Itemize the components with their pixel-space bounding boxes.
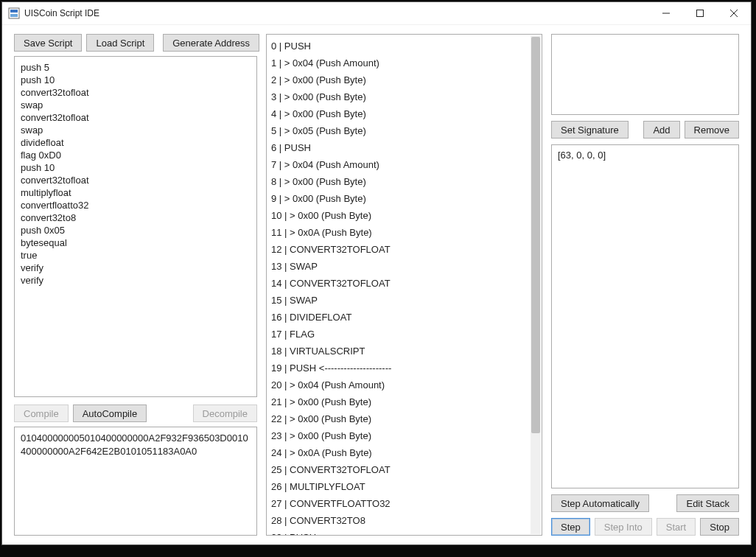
left-column: Save Script Load Script Generate Address… bbox=[14, 34, 257, 536]
middle-column: 0 | PUSH1 | > 0x04 (Push Amount)2 | > 0x… bbox=[266, 34, 542, 536]
save-script-button[interactable]: Save Script bbox=[14, 34, 82, 52]
disassembly-line[interactable]: 10 | > 0x00 (Push Byte) bbox=[271, 207, 527, 224]
disassembly-list[interactable]: 0 | PUSH1 | > 0x04 (Push Amount)2 | > 0x… bbox=[267, 35, 531, 535]
disassembly-line[interactable]: 0 | PUSH bbox=[271, 38, 527, 55]
scrollbar-vertical[interactable] bbox=[531, 35, 541, 534]
disassembly-line[interactable]: 4 | > 0x00 (Push Byte) bbox=[271, 105, 527, 122]
window-controls bbox=[649, 2, 751, 24]
right-toolbar-1: Step Automatically Edit Stack bbox=[551, 494, 739, 512]
app-icon bbox=[8, 7, 20, 19]
disassembly-line[interactable]: 7 | > 0x04 (Push Amount) bbox=[271, 156, 527, 173]
disassembly-line[interactable]: 22 | > 0x00 (Push Byte) bbox=[271, 410, 527, 427]
script-editor[interactable]: push 5 push 10 convert32tofloat swap con… bbox=[14, 56, 257, 397]
right-toolbar-2: Step Step Into Start Stop bbox=[551, 518, 739, 536]
window: UISCoin Script IDE Save Script Load Scri… bbox=[1, 1, 752, 545]
disassembly-line[interactable]: 2 | > 0x00 (Push Byte) bbox=[271, 71, 527, 88]
minimize-button[interactable] bbox=[649, 2, 683, 24]
autocompile-button[interactable]: AutoCompile bbox=[73, 404, 147, 422]
load-script-button[interactable]: Load Script bbox=[86, 34, 154, 52]
disassembly-line[interactable]: 24 | > 0x0A (Push Byte) bbox=[271, 444, 527, 461]
disassembly-line[interactable]: 20 | > 0x04 (Push Amount) bbox=[271, 376, 527, 393]
client-area: Save Script Load Script Generate Address… bbox=[2, 25, 751, 544]
disassembly-line[interactable]: 5 | > 0x05 (Push Byte) bbox=[271, 122, 527, 139]
svg-rect-4 bbox=[697, 10, 704, 17]
step-automatically-button[interactable]: Step Automatically bbox=[551, 494, 649, 512]
svg-rect-1 bbox=[10, 10, 18, 13]
disassembly-line[interactable]: 19 | PUSH <--------------------- bbox=[271, 360, 527, 376]
step-button[interactable]: Step bbox=[551, 518, 590, 536]
disassembly-line[interactable]: 12 | CONVERT32TOFLOAT bbox=[271, 241, 527, 258]
disassembly-line[interactable]: 1 | > 0x04 (Push Amount) bbox=[271, 55, 527, 71]
add-button[interactable]: Add bbox=[643, 121, 679, 139]
disassembly-line[interactable]: 23 | > 0x00 (Push Byte) bbox=[271, 427, 527, 444]
left-toolbar-mid: Compile AutoCompile Decompile bbox=[14, 404, 257, 422]
signature-area[interactable] bbox=[551, 34, 739, 115]
generate-address-button[interactable]: Generate Address bbox=[163, 34, 259, 52]
disassembly-line[interactable]: 8 | > 0x00 (Push Byte) bbox=[271, 173, 527, 190]
stop-button[interactable]: Stop bbox=[700, 518, 739, 536]
disassembly-line[interactable]: 26 | MULTIPLYFLOAT bbox=[271, 478, 527, 495]
stack-panel[interactable]: [63, 0, 0, 0] bbox=[551, 144, 739, 488]
decompile-button[interactable]: Decompile bbox=[193, 404, 257, 422]
disassembly-line[interactable]: 3 | > 0x00 (Push Byte) bbox=[271, 88, 527, 105]
disassembly-line[interactable]: 9 | > 0x00 (Push Byte) bbox=[271, 190, 527, 207]
step-into-button[interactable]: Step Into bbox=[595, 518, 652, 536]
disassembly-line[interactable]: 6 | PUSH bbox=[271, 139, 527, 156]
stack-row: [63, 0, 0, 0] bbox=[558, 150, 732, 161]
disassembly-line[interactable]: 16 | DIVIDEFLOAT bbox=[271, 309, 527, 326]
maximize-button[interactable] bbox=[683, 2, 717, 24]
titlebar: UISCoin Script IDE bbox=[2, 2, 751, 25]
compile-button[interactable]: Compile bbox=[14, 404, 69, 422]
remove-button[interactable]: Remove bbox=[685, 121, 739, 139]
disassembly-line[interactable]: 25 | CONVERT32TOFLOAT bbox=[271, 461, 527, 478]
disassembly-line[interactable]: 17 | FLAG bbox=[271, 326, 527, 343]
close-button[interactable] bbox=[717, 2, 751, 24]
edit-stack-button[interactable]: Edit Stack bbox=[676, 494, 739, 512]
disassembly-panel: 0 | PUSH1 | > 0x04 (Push Amount)2 | > 0x… bbox=[266, 34, 542, 536]
signature-toolbar: Set Signature Add Remove bbox=[551, 121, 739, 139]
disassembly-line[interactable]: 28 | CONVERT32TO8 bbox=[271, 512, 527, 529]
set-signature-button[interactable]: Set Signature bbox=[551, 121, 629, 139]
disassembly-line[interactable]: 29 | PUSH bbox=[271, 529, 527, 535]
svg-rect-2 bbox=[10, 14, 18, 17]
left-toolbar-top: Save Script Load Script Generate Address bbox=[14, 34, 257, 52]
scrollbar-thumb[interactable] bbox=[531, 37, 540, 433]
disassembly-line[interactable]: 18 | VIRTUALSCRIPT bbox=[271, 343, 527, 360]
start-button[interactable]: Start bbox=[657, 518, 696, 536]
window-title: UISCoin Script IDE bbox=[24, 8, 99, 18]
disassembly-line[interactable]: 13 | SWAP bbox=[271, 258, 527, 275]
disassembly-line[interactable]: 27 | CONVERTFLOATTO32 bbox=[271, 495, 527, 512]
disassembly-line[interactable]: 15 | SWAP bbox=[271, 292, 527, 309]
hex-output[interactable]: 010400000005010400000000A2F932F936503D00… bbox=[14, 427, 257, 536]
disassembly-line[interactable]: 14 | CONVERT32TOFLOAT bbox=[271, 275, 527, 292]
right-column: Set Signature Add Remove [63, 0, 0, 0] S… bbox=[551, 34, 739, 536]
disassembly-line[interactable]: 21 | > 0x00 (Push Byte) bbox=[271, 393, 527, 410]
disassembly-line[interactable]: 11 | > 0x0A (Push Byte) bbox=[271, 224, 527, 241]
